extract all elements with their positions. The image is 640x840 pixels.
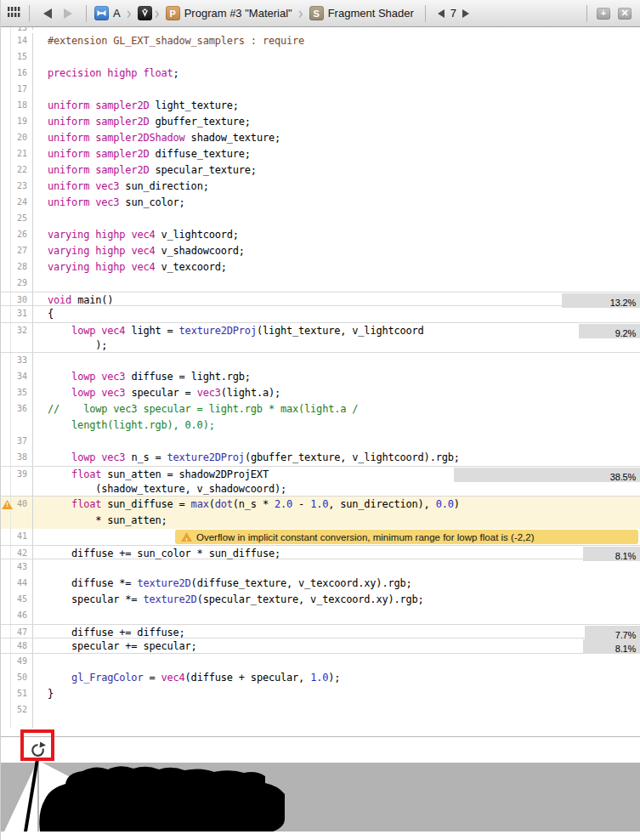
code-token: sampler2DShadow bbox=[95, 132, 184, 144]
code-line[interactable]: * sun_atten; bbox=[33, 513, 640, 529]
code-token: gl_FragColor bbox=[71, 672, 143, 684]
separator bbox=[86, 5, 87, 22]
code-line[interactable] bbox=[33, 608, 640, 624]
code-line[interactable] bbox=[33, 49, 640, 65]
code-line[interactable] bbox=[33, 275, 640, 292]
code-token: dot bbox=[215, 498, 233, 510]
code-line[interactable]: uniform sampler2D light_texture; bbox=[33, 98, 640, 114]
code-line[interactable]: varying highp vec4 v_shadowcoord; bbox=[33, 243, 640, 259]
code-line[interactable]: ); bbox=[33, 338, 640, 352]
code-token: (diffuse + specular, bbox=[185, 672, 311, 684]
crumb-program[interactable]: P Program #3 "Material" bbox=[166, 6, 296, 20]
code-row-16: 16precision highp float; bbox=[1, 65, 640, 82]
gutter-strip bbox=[1, 353, 11, 369]
code-line[interactable]: uniform vec3 sun_direction; bbox=[33, 179, 640, 195]
gutter-strip bbox=[1, 130, 11, 146]
code-line[interactable]: Overflow in implicit constant conversion… bbox=[33, 529, 640, 545]
code-line[interactable]: length(light.rgb), 0.0); bbox=[33, 417, 640, 434]
code-line[interactable]: (shadow_texture, v_shadowcoord); bbox=[33, 481, 640, 496]
crumb-capture-label: A bbox=[113, 7, 121, 20]
code-line[interactable]: void main()13.2% bbox=[33, 292, 640, 305]
code-token: sun_direction; bbox=[119, 180, 208, 192]
code-token: diffuse = light.rgb; bbox=[125, 371, 251, 383]
code-line[interactable]: float sun_atten = shadow2DProjEXT38.5% bbox=[33, 467, 640, 481]
code-row-21: 21uniform sampler2D diffuse_texture; bbox=[1, 146, 640, 162]
code-line[interactable] bbox=[33, 27, 640, 33]
code-line[interactable] bbox=[33, 702, 640, 718]
code-line[interactable] bbox=[33, 434, 640, 450]
code-line[interactable]: diffuse += diffuse;7.7% bbox=[33, 625, 640, 638]
code-line[interactable]: uniform sampler2D diffuse_texture; bbox=[33, 146, 640, 162]
warning-message[interactable]: Overflow in implicit constant conversion… bbox=[175, 530, 638, 544]
crumb-capture[interactable]: A bbox=[94, 6, 124, 20]
code-token: light = bbox=[125, 325, 178, 337]
code-row-36: 36// lowp vec3 specular = light.rgb * ma… bbox=[1, 401, 640, 417]
shader-prev-button[interactable] bbox=[438, 9, 445, 18]
code-row-43: 43 bbox=[1, 559, 640, 576]
code-line[interactable]: diffuse += sun_color * sun_diffuse;8.1% bbox=[33, 546, 640, 559]
related-items-icon[interactable] bbox=[8, 6, 21, 21]
code-line[interactable] bbox=[33, 559, 640, 576]
gutter-strip bbox=[1, 49, 11, 65]
separator bbox=[425, 5, 426, 22]
code-editor[interactable]: 1314#extension GL_EXT_shadow_samplers : … bbox=[1, 27, 640, 736]
code-row-38: 38 lowp vec3 n_s = texture2DProj(gbuffer… bbox=[1, 450, 640, 466]
gutter-filler bbox=[1, 718, 640, 728]
code-line[interactable] bbox=[33, 82, 640, 98]
code-token: varying bbox=[48, 229, 89, 241]
code-line[interactable] bbox=[33, 211, 640, 227]
gutter-strip bbox=[1, 385, 11, 401]
code-line[interactable]: float sun_diffuse = max(dot(n_s * 2.0 - … bbox=[33, 497, 640, 513]
crumb-shader[interactable]: S Fragment Shader bbox=[309, 6, 417, 20]
gutter-strip bbox=[1, 559, 11, 576]
code-line[interactable]: { bbox=[33, 306, 640, 322]
back-button[interactable] bbox=[43, 9, 52, 19]
code-line[interactable]: // lowp vec3 specular = light.rgb * max(… bbox=[33, 401, 640, 417]
code-line[interactable]: gl_FragColor = vec4(diffuse + specular, … bbox=[33, 670, 640, 686]
code-line[interactable]: lowp vec3 n_s = texture2DProj(gbuffer_te… bbox=[33, 450, 640, 466]
code-line[interactable]: specular += specular;8.1% bbox=[33, 639, 640, 653]
line-number: 20 bbox=[11, 130, 33, 146]
code-line[interactable]: } bbox=[33, 686, 640, 702]
code-row-44: 44 diffuse *= texture2D(diffuse_texture,… bbox=[1, 576, 640, 592]
code-line[interactable]: uniform vec3 sun_color; bbox=[33, 195, 640, 211]
crumb-frame[interactable] bbox=[138, 6, 152, 20]
code-row-27: 27varying highp vec4 v_shadowcoord; bbox=[1, 243, 640, 259]
code-line[interactable]: varying highp vec4 v_texcoord; bbox=[33, 259, 640, 275]
forward-button[interactable] bbox=[64, 9, 72, 19]
code-token: (light_texture, v_lightcoord bbox=[257, 325, 424, 337]
gutter-strip bbox=[1, 275, 11, 292]
line-number: 49 bbox=[11, 654, 33, 670]
code-line[interactable]: lowp vec3 diffuse = light.rgb; bbox=[33, 369, 640, 385]
code-line[interactable]: precision highp float; bbox=[33, 65, 640, 82]
code-row-29: 29 bbox=[1, 275, 640, 292]
code-row-23: 23uniform vec3 sun_direction; bbox=[1, 179, 640, 195]
gutter-strip bbox=[1, 625, 11, 638]
warning-icon bbox=[181, 532, 192, 542]
code-line[interactable]: uniform sampler2DShadow shadow_texture; bbox=[33, 130, 640, 146]
code-line[interactable]: varying highp vec4 v_lightcoord; bbox=[33, 227, 640, 243]
gutter-strip bbox=[1, 434, 11, 450]
line-number: 19 bbox=[11, 114, 33, 130]
add-button[interactable]: + bbox=[597, 8, 610, 20]
close-button[interactable]: ✕ bbox=[618, 8, 632, 20]
code-row-33: 33 bbox=[1, 353, 640, 369]
code-line[interactable]: uniform sampler2D specular_texture; bbox=[33, 162, 640, 179]
code-line[interactable]: specular *= texture2D(specular_texture, … bbox=[33, 592, 640, 608]
code-token bbox=[48, 387, 71, 399]
line-number: 44 bbox=[11, 576, 33, 592]
line-number: 18 bbox=[11, 98, 33, 114]
code-line[interactable]: #extension GL_EXT_shadow_samplers : requ… bbox=[33, 33, 640, 49]
gutter-strip bbox=[1, 323, 11, 338]
code-line[interactable]: diffuse *= texture2D(diffuse_texture, v_… bbox=[33, 576, 640, 592]
code-line[interactable] bbox=[33, 654, 640, 670]
code-token: vec4 bbox=[101, 325, 125, 337]
line-number: 50 bbox=[11, 670, 33, 686]
shader-next-button[interactable] bbox=[462, 9, 469, 18]
code-line[interactable]: uniform sampler2D gbuffer_texture; bbox=[33, 114, 640, 130]
code-line[interactable]: lowp vec4 light = texture2DProj(light_te… bbox=[33, 323, 640, 338]
code-row-30: 30void main()13.2% bbox=[1, 292, 640, 306]
code-line[interactable] bbox=[33, 353, 640, 369]
code-line[interactable]: lowp vec3 specular = vec3(light.a); bbox=[33, 385, 640, 401]
code-token: ); bbox=[328, 672, 340, 684]
